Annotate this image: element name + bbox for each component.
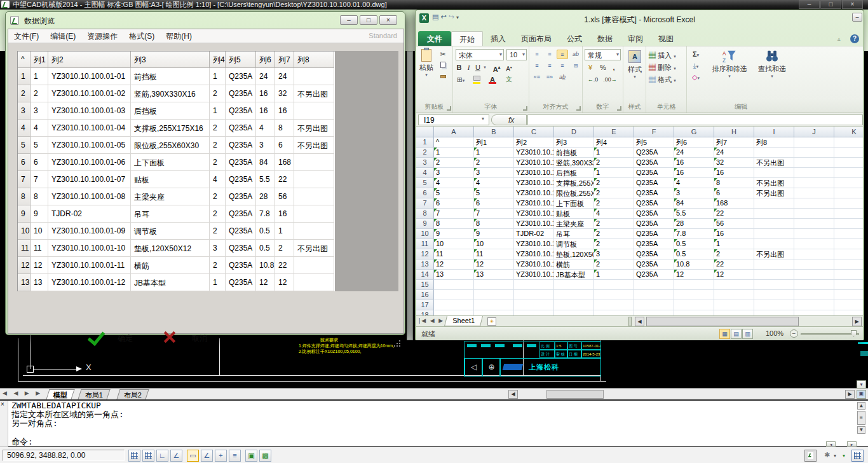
command-hscroll-right[interactable]: ▶ [847, 441, 857, 446]
cell[interactable]: 列1 [474, 137, 514, 148]
row-header-13[interactable]: 13 [416, 259, 434, 270]
dialog-column-header[interactable]: 列1 [31, 52, 48, 68]
ok-check-icon[interactable] [88, 328, 107, 347]
cell[interactable]: 7.8 [674, 229, 714, 239]
font-color-button[interactable]: A [486, 74, 499, 85]
excel-tab-开始[interactable]: 开始 [451, 31, 483, 46]
number-format-combo[interactable]: 常规▾ [585, 49, 621, 60]
underline-dropdown-icon[interactable]: ▾ [482, 62, 488, 73]
cell[interactable]: 12 [474, 259, 514, 270]
dialog-cell[interactable] [294, 171, 334, 188]
cell[interactable]: 列2 [514, 137, 554, 148]
cell[interactable] [834, 209, 863, 219]
align-right-icon[interactable]: ≡ [557, 61, 568, 71]
dialog-cell[interactable]: 16 [256, 85, 275, 102]
dialog-cell[interactable]: 16 [275, 205, 294, 223]
cell[interactable]: 1 [714, 239, 754, 249]
cell[interactable] [834, 280, 863, 290]
cell[interactable] [794, 158, 834, 168]
cell[interactable] [794, 148, 834, 158]
cell[interactable]: Q235A [634, 270, 674, 280]
cell[interactable] [754, 148, 794, 158]
cell[interactable] [754, 280, 794, 290]
cell[interactable]: 8 [714, 178, 754, 188]
cell[interactable] [834, 270, 863, 280]
shrink-font-button[interactable]: A▾ [504, 62, 514, 73]
dialog-cell[interactable]: 上下面板 [131, 154, 210, 171]
cell[interactable]: 2 [594, 198, 634, 209]
cell[interactable]: Q235A [634, 259, 674, 270]
cell[interactable]: 7 [434, 209, 474, 219]
dialog-table-row[interactable]: 22YZ3010.10.100.01-02竖筋,390X330X162Q235A… [18, 85, 335, 102]
cell[interactable]: 16 [714, 168, 754, 178]
excel-tab-页面布局[interactable]: 页面布局 [513, 31, 559, 46]
dialog-cell[interactable]: 5 [31, 137, 48, 154]
dialog-cell[interactable]: 12 [256, 274, 275, 291]
cell[interactable] [554, 290, 594, 300]
minimize-ribbon-icon[interactable]: ▵ [837, 36, 841, 42]
gear-dropdown-icon[interactable]: ▾ [834, 453, 836, 459]
cell[interactable]: 10 [474, 239, 514, 249]
dialog-cell[interactable]: 限位板,255X60X30 [131, 137, 210, 154]
column-header-C[interactable]: C [514, 127, 554, 137]
dialog-cell[interactable]: YZ3010.10.100.01-01 [48, 68, 131, 85]
dialog-cell[interactable]: 前挡板 [131, 68, 210, 85]
cell[interactable]: 32 [714, 158, 754, 168]
dialog-cell[interactable]: 1 [275, 223, 294, 240]
cell[interactable] [594, 310, 634, 315]
zoom-slider-thumb[interactable] [851, 330, 857, 337]
dialog-cell[interactable]: 2 [210, 205, 226, 223]
dialog-cell[interactable]: 垫板,120X50X12 [131, 240, 210, 257]
find-select-button[interactable]: 查找和选 ▾ [753, 49, 791, 79]
font-dialog-launcher[interactable] [523, 106, 527, 111]
column-header-F[interactable]: F [634, 127, 674, 137]
dialog-cell[interactable]: 12 [31, 257, 48, 274]
dialog-cell[interactable]: 贴板 [131, 171, 210, 188]
dialog-table-row[interactable]: 1212YZ3010.10.100.01-11横筋2Q235A10.822 [18, 257, 335, 274]
align-center-icon[interactable]: ≡ [544, 61, 555, 71]
dialog-cell[interactable]: 2 [275, 240, 294, 257]
cell[interactable]: YZ3010.10.100.01-02 [514, 158, 554, 168]
cell[interactable]: YZ3010.10.100.01-07 [514, 209, 554, 219]
cell[interactable]: 竖筋,390X330X16 [554, 158, 594, 168]
underline-button[interactable]: U [473, 62, 482, 73]
ortho-toggle[interactable]: ∟ [156, 450, 168, 462]
cancel-x-icon[interactable] [163, 330, 177, 344]
cell[interactable]: Q235A [634, 229, 674, 239]
font-size-combo[interactable]: 10▾ [506, 49, 527, 60]
cell[interactable]: 列3 [554, 137, 594, 148]
wrap-text-icon[interactable]: ab̲ [557, 73, 568, 82]
fill-icon[interactable]: ⤓▾ [688, 60, 703, 71]
cell[interactable]: 11 [474, 249, 514, 259]
dialog-cell[interactable]: 3 [31, 102, 48, 120]
formula-input[interactable] [527, 114, 863, 125]
cell[interactable]: Q235A [634, 168, 674, 178]
excel-titlebar[interactable]: X ▤ ↩ ↪ ▾ 1.xls [兼容模式] - Microsoft Excel… [416, 10, 864, 29]
cell[interactable]: 10.8 [674, 259, 714, 270]
clear-icon[interactable]: ◇▾ [688, 72, 703, 83]
cell[interactable] [474, 290, 514, 300]
row-header-6[interactable]: 6 [416, 188, 434, 198]
dialog-cell[interactable]: 1 [210, 274, 226, 291]
dialog-column-header[interactable]: 列2 [48, 52, 131, 68]
cell[interactable]: YZ3010.10.100.01-03 [514, 168, 554, 178]
cell[interactable] [474, 280, 514, 290]
dialog-table-row[interactable]: 88YZ3010.10.100.01-08主梁夹座2Q235A2856 [18, 188, 335, 205]
fx-icon[interactable]: fx [491, 114, 527, 125]
cell[interactable] [754, 219, 794, 229]
cell[interactable]: 3 [594, 249, 634, 259]
cell[interactable] [794, 310, 834, 315]
cell[interactable] [834, 178, 863, 188]
excel-hscroll-thumb[interactable] [646, 317, 799, 326]
command-hscroll-left[interactable]: ◀ [826, 441, 836, 446]
cell[interactable]: Q235A [634, 178, 674, 188]
dialog-table-row[interactable]: 66YZ3010.10.100.01-06上下面板2Q235A84168 [18, 154, 335, 171]
dialog-cell[interactable]: Q235A [226, 137, 256, 154]
cell[interactable] [714, 290, 754, 300]
alignment-dialog-launcher[interactable] [576, 106, 581, 111]
snap-toggle[interactable] [128, 450, 140, 462]
dialog-cell[interactable]: 不另出图 [294, 137, 334, 154]
dialog-cell[interactable]: 2 [31, 85, 48, 102]
dialog-cell[interactable]: 11 [31, 240, 48, 257]
dialog-cell[interactable]: Q235A [226, 171, 256, 188]
